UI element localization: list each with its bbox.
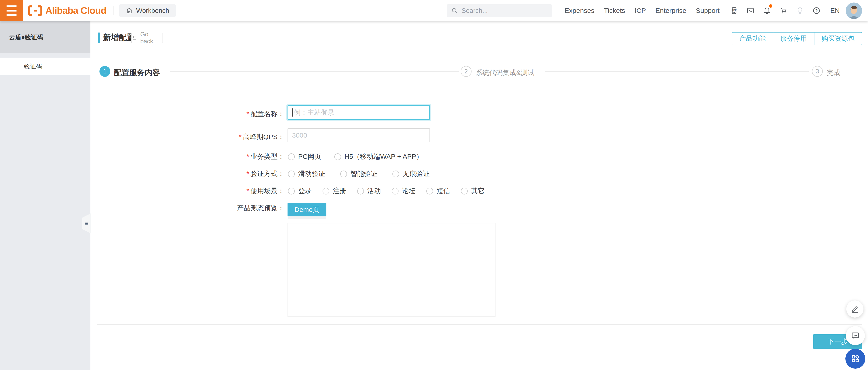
radio-sms[interactable] [426,188,433,195]
product-preview-box [287,223,495,317]
peak-qps-input[interactable] [287,128,430,142]
main-content: 新增配置 Go back 产品功能 服务停用 购买资源包 1 配置服务内容 2 … [90,21,868,370]
config-name-input-field[interactable] [294,109,425,116]
alibaba-cloud-logo[interactable]: Alibaba Cloud [28,5,106,16]
radio-smart-verify[interactable] [340,171,347,177]
config-name-label: *配置名称： [167,109,284,119]
header-actions: 产品功能 服务停用 购买资源包 [732,32,862,45]
collapse-menu-icon [84,221,90,226]
page-title: 新增配置 [103,32,135,43]
text-caret [292,108,293,116]
step-1-circle: 1 [99,66,110,77]
home-icon [126,7,133,14]
sidebar: 云盾●验证码 验证码 [0,21,90,370]
search-placeholder: Search... [462,7,488,14]
radio-h5-label[interactable]: H5（移动端WAP + APP） [344,152,423,161]
title-accent-bar [98,33,100,43]
config-name-input[interactable] [287,105,430,120]
radio-traceless-verify-label[interactable]: 无痕验证 [403,169,430,178]
radio-slide-verify-label[interactable]: 滑动验证 [298,169,325,178]
nav-link-expenses[interactable]: Expenses [565,7,594,14]
sidebar-item-captcha[interactable]: 验证码 [0,58,90,75]
nav-link-enterprise[interactable]: Enterprise [655,7,686,14]
notification-badge-dot [769,4,772,8]
nav-right: Search... Expenses Tickets ICP Enterpris… [447,2,868,19]
sidebar-product-title: 云盾●验证码 [0,21,90,53]
go-back-label: Go back [141,31,163,45]
radio-other-label[interactable]: 其它 [471,187,485,196]
radio-login[interactable] [288,188,295,195]
step-2-label: 系统代码集成&测试 [475,68,534,77]
chat-feedback-fab[interactable] [846,326,865,345]
svg-text:?: ? [815,8,818,13]
nav-link-icp[interactable]: ICP [634,7,646,14]
go-back-button[interactable]: Go back [131,33,163,43]
hamburger-icon [6,5,17,7]
business-type-options: PC网页 H5（移动端WAP + APP） [288,152,423,161]
product-preview-label: 产品形态预览： [167,204,284,213]
radio-pc-web[interactable] [288,154,295,160]
top-nav: Alibaba Cloud Workbench Search... Expens… [0,0,868,21]
app-grid-icon [850,354,860,364]
radio-traceless-verify[interactable] [393,171,399,177]
demo-page-button[interactable]: Demo页 [287,203,327,216]
radio-h5[interactable] [334,154,341,160]
radio-pc-web-label[interactable]: PC网页 [298,152,321,161]
radio-activity-label[interactable]: 活动 [367,187,381,196]
hamburger-menu-button[interactable] [0,0,23,21]
radio-register-label[interactable]: 注册 [333,187,346,196]
business-type-label: *业务类型： [167,152,284,161]
radio-slide-verify[interactable] [288,171,295,177]
step-2-circle: 2 [461,66,471,77]
avatar[interactable] [846,2,862,19]
return-arrow-icon [132,35,137,41]
mobile-app-icon[interactable]: APP [730,6,738,15]
step-connector-1 [170,71,459,72]
search-box[interactable]: Search... [447,4,552,17]
step-3-label: 完成 [827,68,840,77]
peak-qps-label: *高峰期QPS： [167,132,284,142]
radio-other[interactable] [461,188,468,195]
app-grid-fab[interactable] [845,349,865,369]
required-mark: * [246,110,249,117]
help-icon[interactable]: ? [812,6,820,15]
demo-button-shadow [288,216,326,219]
radio-activity[interactable] [357,188,364,195]
feedback-edit-fab[interactable] [846,300,864,317]
language-selector[interactable]: EN [830,7,840,14]
radio-register[interactable] [322,188,329,195]
alibaba-cloud-logo-icon [28,5,42,16]
workbench-button[interactable]: Workbench [119,4,176,17]
nav-link-tickets[interactable]: Tickets [604,7,625,14]
step-1-label: 配置服务内容 [114,68,160,78]
nav-icons: APP [730,6,840,15]
section-divider [97,324,862,325]
pencil-icon [850,305,859,313]
lightbulb-icon[interactable] [796,6,804,15]
radio-forum[interactable] [392,188,399,195]
radio-smart-verify-label[interactable]: 智能验证 [350,169,377,178]
verify-method-label: *验证方式： [167,169,284,178]
console-terminal-icon[interactable] [746,6,754,15]
workbench-label: Workbench [136,7,169,14]
radio-login-label[interactable]: 登录 [298,187,312,196]
chat-bubble-icon [850,331,860,340]
service-disable-button[interactable]: 服务停用 [773,32,814,45]
nav-separator [113,6,114,15]
step-connector-2 [545,71,809,72]
verify-method-options: 滑动验证 智能验证 无痕验证 [288,169,430,178]
search-icon [451,7,458,14]
shopping-cart-icon[interactable] [779,6,787,15]
radio-sms-label[interactable]: 短信 [436,187,450,196]
nav-links: Expenses Tickets ICP Enterprise Support [565,7,719,14]
buy-resource-pack-button[interactable]: 购买资源包 [814,32,862,45]
logo-text: Alibaba Cloud [45,5,106,16]
usage-scene-label: *使用场景： [167,187,284,196]
radio-forum-label[interactable]: 论坛 [402,187,415,196]
usage-scene-options: 登录 注册 活动 论坛 短信 其它 [288,187,485,196]
notifications-bell-icon[interactable] [763,6,771,15]
product-features-button[interactable]: 产品功能 [732,32,773,45]
svg-text:APP: APP [732,9,737,11]
nav-link-support[interactable]: Support [696,7,719,14]
peak-qps-input-field[interactable] [292,131,426,139]
